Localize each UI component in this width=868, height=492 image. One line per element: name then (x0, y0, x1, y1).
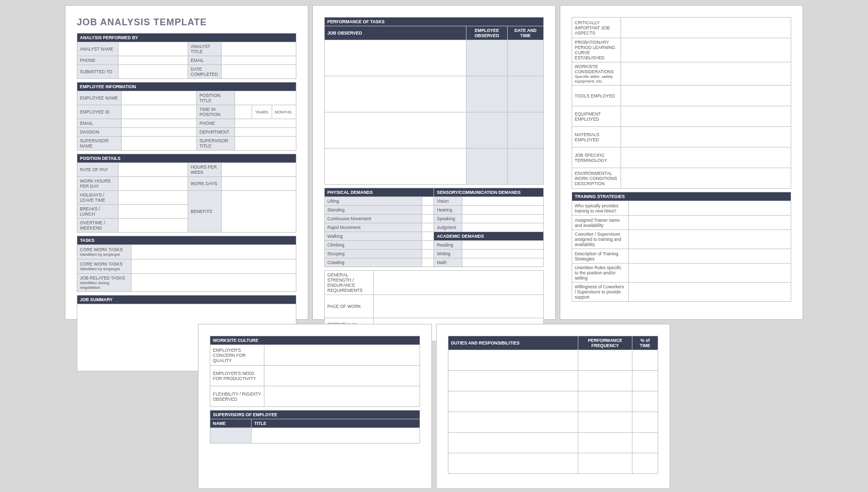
input-stooping[interactable] (422, 250, 434, 258)
input-phone[interactable] (119, 56, 188, 65)
duty-1-pct[interactable] (632, 350, 658, 371)
duty-4-freq[interactable] (578, 412, 632, 433)
duty-4[interactable] (448, 412, 578, 433)
input-concern-quality[interactable] (264, 345, 420, 366)
obs-row-1-job[interactable] (325, 40, 466, 76)
duty-5-pct[interactable] (632, 433, 658, 453)
input-tools[interactable] (621, 86, 791, 106)
input-lifting[interactable] (422, 197, 434, 206)
input-crawling[interactable] (422, 258, 434, 267)
duty-3[interactable] (448, 391, 578, 412)
input-analyst-title[interactable] (222, 42, 296, 56)
input-months-cell[interactable]: MONTHS (272, 105, 296, 119)
input-benefits[interactable] (222, 191, 296, 233)
input-email[interactable] (222, 56, 296, 65)
label-job-related: JOB-RELATED TASKS Identified during nego… (77, 274, 131, 292)
sup-row-1-name[interactable] (210, 428, 252, 444)
input-rapid[interactable] (422, 223, 434, 232)
input-job-related[interactable] (131, 274, 296, 292)
input-flex-rigid[interactable] (264, 386, 420, 407)
input-writing[interactable] (462, 250, 544, 258)
duty-5-freq[interactable] (578, 433, 632, 453)
input-assigned-trainer[interactable] (629, 216, 791, 230)
obs-row-3-job[interactable] (325, 112, 466, 149)
col-pct-time: % of TIME (632, 336, 658, 350)
input-desc-training[interactable] (629, 249, 791, 264)
duty-1[interactable] (448, 350, 578, 371)
input-terminology[interactable] (621, 147, 791, 168)
obs-row-4-job[interactable] (325, 149, 466, 185)
input-pace[interactable] (374, 295, 544, 318)
duty-6-pct[interactable] (632, 453, 658, 474)
input-math[interactable] (462, 258, 544, 267)
input-contmove[interactable] (422, 215, 434, 223)
obs-row-1-dt[interactable] (508, 40, 544, 76)
input-core-tasks-2[interactable] (131, 259, 296, 274)
duty-2-pct[interactable] (632, 371, 658, 391)
input-equipment[interactable] (621, 106, 791, 127)
duty-3-pct[interactable] (632, 391, 658, 412)
duty-6[interactable] (448, 453, 578, 474)
label-judgment: Judgment (434, 223, 462, 232)
duty-4-pct[interactable] (632, 412, 658, 433)
col-date-time: DATE AND TIME (508, 26, 544, 40)
obs-row-4-dt[interactable] (508, 149, 544, 185)
input-phone2[interactable] (235, 119, 296, 128)
input-core-tasks-1[interactable] (131, 245, 296, 259)
label-analyst-name: ANALYST NAME (77, 42, 119, 56)
input-strength[interactable] (374, 271, 544, 295)
duty-3-freq[interactable] (578, 391, 632, 412)
input-hours-per-week[interactable] (222, 163, 296, 177)
label-emp-name: EMPLOYEE NAME (77, 91, 122, 105)
input-judgment[interactable] (462, 223, 544, 232)
input-speaking[interactable] (462, 215, 544, 223)
input-supervisor-name[interactable] (122, 137, 197, 151)
obs-row-2-job[interactable] (325, 76, 466, 112)
duty-2[interactable] (448, 371, 578, 391)
input-walking[interactable] (422, 232, 434, 241)
input-email2[interactable] (122, 119, 197, 128)
duty-6-freq[interactable] (578, 453, 632, 474)
input-years[interactable] (235, 105, 252, 119)
input-crit-important[interactable] (621, 18, 791, 38)
sup-row-1-title[interactable] (252, 428, 420, 444)
input-holidays[interactable] (119, 191, 188, 205)
input-standing[interactable] (422, 206, 434, 215)
input-coworker-sup[interactable] (629, 230, 791, 249)
input-submitted-to[interactable] (119, 65, 188, 79)
input-supervisor-title[interactable] (235, 137, 296, 151)
obs-row-3-emp[interactable] (466, 112, 508, 149)
input-env-work[interactable] (621, 168, 791, 189)
input-reading[interactable] (462, 241, 544, 250)
input-position-title[interactable] (235, 91, 296, 105)
obs-row-2-dt[interactable] (508, 76, 544, 112)
input-hearing[interactable] (462, 206, 544, 215)
duty-2-freq[interactable] (578, 371, 632, 391)
duty-5[interactable] (448, 433, 578, 453)
input-emp-name[interactable] (122, 91, 197, 105)
input-vision[interactable] (462, 197, 544, 206)
input-overtime[interactable] (119, 219, 188, 233)
input-work-hours-per-day[interactable] (119, 177, 188, 191)
input-division[interactable] (122, 128, 197, 137)
input-materials[interactable] (621, 127, 791, 147)
input-analyst-name[interactable] (119, 42, 188, 56)
input-breaks[interactable] (119, 205, 188, 219)
input-willingness[interactable] (629, 283, 791, 302)
input-department[interactable] (235, 128, 296, 137)
duty-1-freq[interactable] (578, 350, 632, 371)
input-worksite-consid[interactable] (621, 62, 791, 86)
input-work-days[interactable] (222, 177, 296, 191)
input-climbing[interactable] (422, 241, 434, 250)
input-date-completed[interactable] (222, 65, 296, 79)
input-need-prod[interactable] (264, 366, 420, 386)
input-who-trains[interactable] (629, 201, 791, 216)
obs-row-2-emp[interactable] (466, 76, 508, 112)
input-rate-of-pay[interactable] (119, 163, 188, 177)
input-emp-id[interactable] (122, 105, 197, 119)
obs-row-4-emp[interactable] (466, 149, 508, 185)
input-probation[interactable] (621, 38, 791, 62)
input-unwritten[interactable] (629, 264, 791, 283)
obs-row-3-dt[interactable] (508, 112, 544, 149)
obs-row-1-emp[interactable] (466, 40, 508, 76)
